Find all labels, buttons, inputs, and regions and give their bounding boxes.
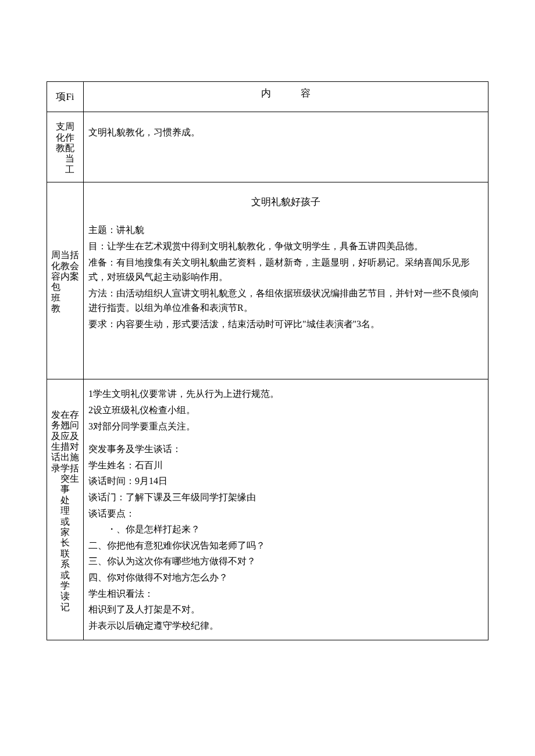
row3-b2-4: 谈话要点： xyxy=(88,506,483,521)
header-row: 项Fi 内容 xyxy=(47,82,488,112)
row3-p-1: 二、你把他有意犯难你状况告知老师了吗？ xyxy=(88,538,483,553)
row3-b1-1: 2设立班级礼仪检查小组。 xyxy=(88,403,483,418)
row3-b1-0: 1学生文明礼仪要常讲，先从行为上进行规范。 xyxy=(88,386,483,402)
row-issues: 发务及生话录在翘应措出学突事处理或家长联系或学读记存问及对施括生 1学生文明礼仪… xyxy=(47,379,488,640)
row3-b3-2: 并表示以后确定遵守学校纪律。 xyxy=(88,618,483,633)
row2-line-4: 要求：内容要生动，形式要活泼，结束活动时可评比"城佳表演者"3名。 xyxy=(88,317,483,332)
row3-b2-3: 谈话门：了解下课及三年级同学打架缘由 xyxy=(88,490,483,505)
row1-content: 文明礼貌教化，习惯养成。 xyxy=(84,112,488,182)
row3-label-text: 发务及生话录在翘应措出学突事处理或家长联系或学读记存问及对施括生 xyxy=(51,410,79,612)
header-label: 项Fi xyxy=(47,82,84,112)
row1-label-text: 支化教周作配当工 xyxy=(56,121,74,175)
row3-p-2: 三、你认为这次你有哪些地方做得不对？ xyxy=(88,554,483,569)
row1-text: 文明礼貌教化，习惯养成。 xyxy=(88,125,483,140)
row3-b1-2: 3对部分同学要重点关注。 xyxy=(88,419,483,434)
row1-label: 支化教周作配当工 xyxy=(47,112,84,182)
row3-p-3: 四、你对你做得不对地方怎么办？ xyxy=(88,570,483,585)
row2-label: 周化容包班教当教内括会案 xyxy=(47,182,84,379)
row2-line-1: 目：让学生在艺术观赏中得到文明礼貌教化，争做文明学生，具备五讲四美品德。 xyxy=(88,239,483,254)
row2-label-text: 周化容包班教当教内括会案 xyxy=(51,250,79,314)
row-weekly-work: 支化教周作配当工 文明礼貌教化，习惯养成。 xyxy=(47,112,488,182)
row3-p-0: ・、你是怎样打起来？ xyxy=(88,522,483,537)
row3-b2-0: 突发事务及学生谈话： xyxy=(88,442,483,457)
row2-content: 文明礼貌好孩子 主题：讲礼貌 目：让学生在艺术观赏中得到文明礼貌教化，争做文明学… xyxy=(84,182,488,379)
row2-line-2: 准备：有目地搜集有关文明礼貌曲艺资料，题材新奇，主题显明，好听易记。采纳喜闻乐见… xyxy=(88,255,483,285)
row3-b3-0: 学生相识看法： xyxy=(88,586,483,601)
row2-title: 文明礼貌好孩子 xyxy=(88,194,483,210)
main-table: 项Fi 内容 支化教周作配当工 文明礼貌教化，习惯养成。 周化容包班教当教内括会… xyxy=(47,81,488,640)
row3-label: 发务及生话录在翘应措出学突事处理或家长联系或学读记存问及对施括生 xyxy=(47,379,84,640)
document-page: 项Fi 内容 支化教周作配当工 文明礼貌教化，习惯养成。 周化容包班教当教内括会… xyxy=(47,81,488,640)
row2-line-0: 主题：讲礼貌 xyxy=(88,223,483,238)
row-plan: 周化容包班教当教内括会案 文明礼貌好孩子 主题：讲礼貌 目：让学生在艺术观赏中得… xyxy=(47,182,488,379)
header-col2-text: 内容 xyxy=(231,88,340,99)
row3-b3-1: 相识到了及人打架是不对。 xyxy=(88,602,483,617)
row3-b2-2: 谈话时间：9月14日 xyxy=(88,474,483,489)
header-col1-text: 项Fi xyxy=(56,91,74,102)
header-content: 内容 xyxy=(84,82,488,112)
row2-line-3: 方法：由活动组织人宣讲文明礼貌意义，各组依据班级状况编排曲艺节目，并针对一些不良… xyxy=(88,286,483,316)
row3-content: 1学生文明礼仪要常讲，先从行为上进行规范。 2设立班级礼仪检查小组。 3对部分同… xyxy=(84,379,488,640)
row3-b2-1: 学生姓名：石百川 xyxy=(88,458,483,473)
